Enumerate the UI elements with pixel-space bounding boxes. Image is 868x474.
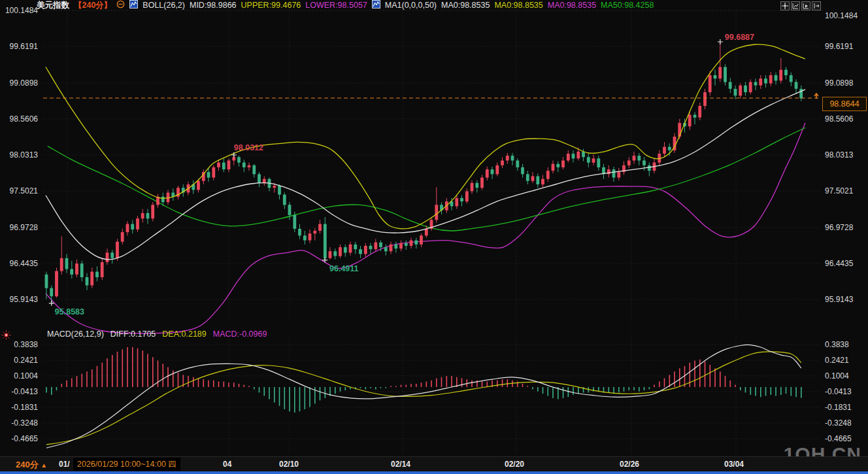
axis-tick-label: 100.1484 — [0, 6, 38, 15]
axis-tick-label: 99.6191 — [825, 42, 853, 51]
collapse-panel-icon[interactable] — [812, 1, 821, 10]
axis-tick-label: 99.0898 — [0, 78, 38, 88]
axis-tick-label: 96.4435 — [0, 259, 38, 268]
boll-lower-value: LOWER:98.5057 — [305, 1, 367, 10]
period-label: 【240分】 — [74, 0, 112, 11]
axis-tick-label: 0.1004 — [0, 371, 38, 381]
axis-tick-label: 98.0313 — [0, 150, 38, 160]
macd-label: MACD(26,12,9) — [47, 330, 104, 339]
period-arrow-icon: ▲ — [41, 462, 47, 469]
svg-text:96.4911: 96.4911 — [329, 264, 359, 273]
date-label: 02/14 — [391, 460, 410, 469]
axis-tick-label: 99.6191 — [0, 42, 38, 51]
ma0-magenta-value: MA0:98.8535 — [548, 1, 596, 10]
axis-tick-label: 0.3838 — [825, 340, 849, 349]
current-price-tag: 98.8644 — [822, 97, 867, 111]
axis-tick-label: 96.4435 — [825, 259, 853, 268]
chart-flag-icon[interactable] — [801, 1, 810, 10]
trading-app: { "header": { "items": [ {"text": "美元指数"… — [0, 0, 868, 474]
date-label: 03/04 — [724, 460, 744, 469]
crosshair-icon[interactable] — [780, 1, 790, 10]
period-selector[interactable]: 240分 ▲ — [16, 459, 47, 471]
ma-group-label: MA1(0,0,0,50) — [385, 1, 437, 10]
bar-time-tooltip: 2026/01/29 10:00~14:00 四 — [73, 458, 180, 471]
ma0-white-value: MA0:98.8535 — [441, 1, 490, 10]
date-label: 02/20 — [505, 460, 524, 469]
date-label: 02/26 — [620, 460, 639, 469]
svg-text:95.8583: 95.8583 — [55, 307, 84, 316]
axis-tick-label: -0.1831 — [825, 403, 852, 412]
axis-tick-label: 98.0313 — [825, 150, 853, 160]
axis-tick-label: 100.1484 — [825, 11, 858, 20]
date-label: 01/ — [59, 460, 70, 469]
ma0-yellow-value: MA0:98.8535 — [494, 1, 542, 10]
axis-tick-label: -0.0413 — [0, 387, 38, 396]
minus-circle-icon[interactable] — [116, 0, 125, 10]
axis-tick-label: 0.2421 — [825, 356, 849, 365]
boll-mid-value: MID:98.9866 — [190, 1, 237, 10]
svg-text:99.6887: 99.6887 — [725, 33, 754, 42]
mini-chart-icon[interactable] — [129, 0, 138, 10]
axis-tick-label: 96.9728 — [0, 223, 38, 232]
dea-value: DEA:0.2189 — [162, 330, 206, 339]
axis-tick-label: 0.2421 — [0, 356, 38, 365]
svg-text:98.0312: 98.0312 — [234, 143, 263, 152]
symbol-title: 美元指数 — [37, 0, 69, 11]
axis-tick-label: 98.5606 — [825, 114, 853, 124]
mini-chart-icon[interactable] — [372, 0, 380, 10]
indicator-header: 美元指数【240分】BOLL(26,2)MID:98.9866UPPER:99.… — [37, 0, 654, 10]
axis-tick-label: 95.9143 — [0, 295, 38, 304]
axis-tick-label: -0.0413 — [825, 387, 852, 396]
axis-tick-label: 0.1004 — [825, 371, 849, 381]
date-label: 02/10 — [279, 460, 299, 469]
time-axis-bar: 240分 ▲ 01/0402/1002/1402/2002/2603/04 20… — [0, 456, 868, 473]
date-label: 04 — [223, 460, 231, 469]
chart-toolbar — [780, 1, 821, 10]
macd-header: MACD(26,12,9)DIFF:0.1705DEA:0.2189MACD:-… — [47, 330, 267, 339]
axis-tick-label: -0.3248 — [0, 418, 38, 428]
boll-upper-value: UPPER:99.4676 — [241, 1, 301, 10]
axis-tick-label: -0.3248 — [825, 418, 852, 428]
boll-label: BOLL(26,2) — [142, 1, 185, 10]
bottom-accent-bar — [0, 471, 868, 474]
axis-tick-label: 95.9143 — [825, 295, 853, 304]
ma50-value: MA50:98.4258 — [601, 1, 654, 10]
axis-tick-label: 96.9728 — [825, 223, 853, 232]
axis-tick-label: 98.5606 — [0, 114, 38, 124]
price-chart-canvas[interactable]: 99.688798.031296.491195.8583 — [0, 0, 868, 474]
axis-tick-label: 99.0898 — [825, 78, 853, 88]
axis-tick-label: -0.1831 — [0, 403, 38, 412]
macd-panel-icon[interactable] — [1, 330, 11, 343]
period-text: 240分 — [16, 460, 39, 469]
macd-value: MACD:-0.0969 — [213, 330, 267, 339]
axis-tick-label: 97.5021 — [0, 186, 38, 195]
axis-tick-label: -0.4665 — [0, 434, 38, 443]
chart-axis-icon[interactable] — [791, 1, 800, 10]
diff-value: DIFF:0.1705 — [110, 330, 156, 339]
axis-tick-label: -0.4665 — [825, 434, 852, 443]
axis-tick-label: 97.5021 — [825, 186, 853, 195]
